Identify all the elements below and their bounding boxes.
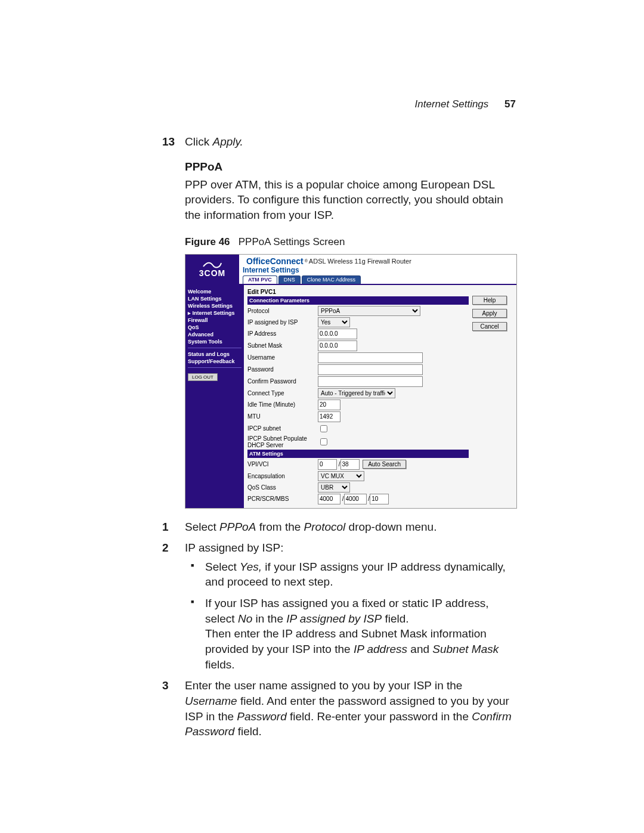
pcr-input[interactable] (318, 494, 340, 504)
scr-input[interactable] (344, 494, 367, 504)
idle-time-input[interactable] (318, 400, 340, 410)
sidebar-item-systemtools[interactable]: System Tools (188, 339, 242, 345)
protocol-select[interactable]: PPPoA (318, 306, 420, 316)
section-bar-atm: ATM Settings (247, 450, 469, 458)
sidebar-nav: Welcome LAN Settings Wireless Settings I… (185, 285, 244, 508)
sidebar-item-wireless[interactable]: Wireless Settings (188, 303, 242, 309)
sidebar-item-qos[interactable]: QoS (188, 324, 242, 330)
sidebar-item-advanced[interactable]: Advanced (188, 332, 242, 337)
product-title: OfficeConnect® ADSL Wireless 11g Firewal… (243, 256, 516, 266)
tab-dns[interactable]: DNS (278, 275, 301, 284)
bullet-2a: Select Yes, if your ISP assigns your IP … (205, 559, 516, 590)
connect-type-select[interactable]: Auto - Triggered by traffic (318, 388, 395, 398)
embedded-screenshot: 3COM OfficeConnect® ADSL Wireless 11g Fi… (185, 254, 517, 509)
confirm-password-input[interactable] (318, 376, 423, 387)
vpi-input[interactable] (318, 459, 337, 470)
ipcp-dhcp-checkbox[interactable] (320, 438, 327, 445)
section-bar-conn: Connection Parameters (247, 296, 469, 305)
figure-caption: Figure 46 PPPoA Settings Screen (185, 236, 516, 248)
bullet-2b: If your ISP has assigned you a fixed or … (205, 596, 516, 672)
sidebar-item-internet[interactable]: Internet Settings (188, 310, 242, 316)
brand-logo: 3COM (185, 255, 239, 284)
step-2: 2 IP assigned by ISP: Select Yes, if you… (185, 540, 516, 672)
right-button-column: Help Apply Cancel (472, 285, 516, 508)
password-input[interactable] (318, 364, 423, 375)
step-number: 13 (162, 134, 175, 150)
tab-row: ATM PVC DNS Clone MAC Address (243, 275, 516, 284)
settings-panel: Edit PVC1 Connection Parameters Protocol… (244, 285, 472, 508)
auto-search-button[interactable]: Auto Search (363, 460, 406, 469)
pppoa-heading: PPPoA (185, 160, 516, 174)
panel-title: Edit PVC1 (247, 289, 469, 295)
sidebar-item-firewall[interactable]: Firewall (188, 317, 242, 323)
running-header: Internet Settings 57 (415, 98, 516, 110)
ipcp-subnet-checkbox[interactable] (320, 425, 327, 432)
brand-text: 3COM (199, 269, 225, 277)
tab-clone-mac[interactable]: Clone MAC Address (302, 275, 361, 284)
mbs-input[interactable] (370, 494, 389, 504)
help-button[interactable]: Help (472, 296, 507, 305)
tab-atm-pvc[interactable]: ATM PVC (243, 275, 277, 284)
cancel-button[interactable]: Cancel (472, 322, 507, 331)
step-3: 3 Enter the user name assigned to you by… (185, 678, 516, 739)
header-section: Internet Settings (415, 98, 489, 110)
qos-class-select[interactable]: UBR (318, 482, 350, 493)
username-input[interactable] (318, 352, 423, 363)
mtu-input[interactable] (318, 411, 340, 422)
ip-address-input[interactable] (318, 329, 357, 339)
swoosh-icon (202, 261, 222, 269)
sidebar-item-welcome[interactable]: Welcome (188, 289, 242, 295)
step-13: 13 Click Apply. (185, 134, 516, 150)
encapsulation-select[interactable]: VC MUX (318, 471, 364, 481)
ip-by-isp-select[interactable]: Yes (318, 317, 350, 327)
step-1: 1 Select PPPoA from the Protocol drop-do… (185, 519, 516, 535)
sidebar-item-status[interactable]: Status and Logs (188, 351, 242, 357)
pppoa-intro: PPP over ATM, this is a popular choice a… (185, 177, 516, 223)
subnet-mask-input[interactable] (318, 340, 357, 351)
panel-subtitle: Internet Settings (243, 266, 516, 274)
sidebar-item-lan[interactable]: LAN Settings (188, 296, 242, 302)
sidebar-item-support[interactable]: Support/Feedback (188, 358, 242, 364)
vci-input[interactable] (340, 459, 360, 470)
logout-button[interactable]: LOG OUT (188, 373, 218, 381)
header-page-number: 57 (504, 98, 516, 110)
apply-button[interactable]: Apply (472, 309, 507, 318)
